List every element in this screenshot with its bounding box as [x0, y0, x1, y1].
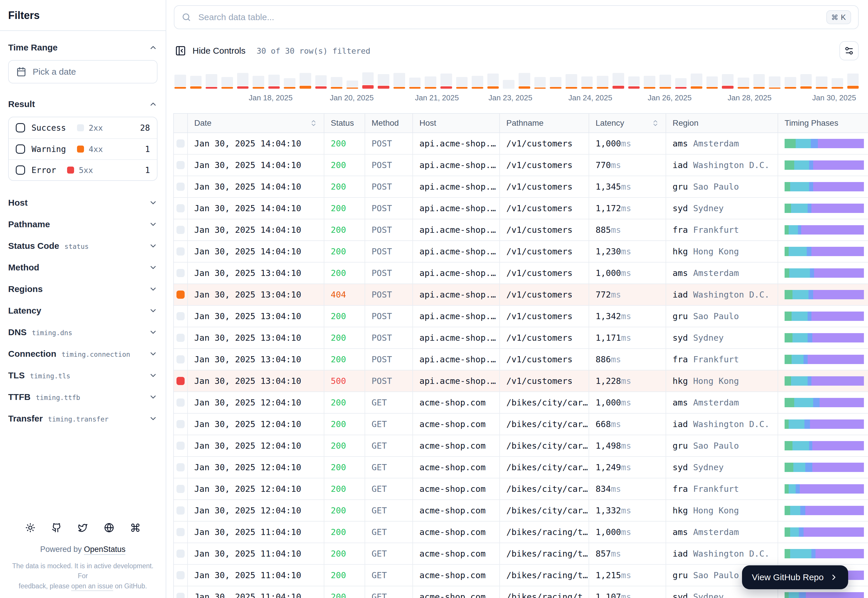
histogram-bar[interactable] [315, 75, 327, 89]
header-timing-phases[interactable]: Timing Phases [778, 114, 868, 132]
histogram-bar[interactable] [738, 78, 749, 89]
sidebar-filter-section-transfer[interactable]: Transfertiming.transfer [8, 408, 157, 429]
table-row[interactable]: Jan 30, 2025 14:04:10 200 POST api.acme-… [174, 219, 868, 241]
sort-latency-button[interactable] [651, 119, 659, 127]
section-result[interactable]: Result [8, 99, 157, 109]
header-region[interactable]: Region [666, 114, 778, 132]
header-host[interactable]: Host [413, 114, 500, 132]
histogram-bar[interactable] [597, 76, 608, 89]
command-icon[interactable] [130, 523, 140, 533]
sidebar-filter-section-latency[interactable]: Latency [8, 300, 157, 321]
histogram-bar[interactable] [441, 73, 452, 89]
table-row[interactable]: Jan 30, 2025 13:04:10 200 POST api.acme-… [174, 349, 868, 371]
table-row[interactable]: Jan 30, 2025 14:04:10 200 POST api.acme-… [174, 133, 868, 155]
histogram-bar[interactable] [252, 76, 264, 89]
histogram-bar[interactable] [331, 77, 342, 89]
histogram-bar[interactable] [769, 76, 780, 89]
table-row[interactable]: Jan 30, 2025 13:04:10 404 POST api.acme-… [174, 284, 868, 306]
histogram-bar[interactable] [707, 76, 718, 89]
histogram-bar[interactable] [190, 76, 202, 89]
histogram-bar[interactable] [284, 78, 296, 89]
checkbox[interactable] [16, 123, 25, 132]
table-row[interactable]: Jan 30, 2025 13:04:10 200 POST api.acme-… [174, 263, 868, 284]
histogram-bar[interactable] [409, 78, 421, 89]
header-status[interactable]: Status [324, 114, 365, 132]
histogram-bar[interactable] [800, 74, 812, 89]
histogram-bar[interactable] [487, 73, 499, 89]
table-row[interactable]: Jan 30, 2025 14:04:10 200 POST api.acme-… [174, 155, 868, 176]
histogram-bar[interactable] [221, 77, 233, 89]
histogram-bar[interactable] [816, 76, 828, 89]
sidebar-filter-section-regions[interactable]: Regions [8, 278, 157, 300]
histogram-bar[interactable] [518, 73, 530, 89]
histogram-bar[interactable] [237, 73, 249, 89]
histogram-bar[interactable] [362, 72, 374, 89]
hide-controls-button[interactable]: Hide Controls [175, 45, 246, 56]
openstatus-link[interactable]: OpenStatus [84, 545, 126, 555]
histogram-bar[interactable] [472, 76, 483, 89]
histogram-bar[interactable] [613, 73, 624, 89]
globe-icon[interactable] [104, 523, 114, 533]
theme-toggle-icon[interactable] [25, 523, 35, 533]
table-row[interactable]: Jan 30, 2025 12:04:10 200 GET acme-shop.… [174, 478, 868, 500]
table-row[interactable]: Jan 30, 2025 12:04:10 200 GET acme-shop.… [174, 435, 868, 457]
header-date[interactable]: Date [188, 114, 324, 132]
histogram-bar[interactable] [300, 73, 311, 89]
twitter-icon[interactable] [78, 523, 88, 533]
result-option[interactable]: Warning 4xx 1 [9, 138, 157, 159]
histogram-bar[interactable] [675, 78, 687, 89]
sidebar-filter-section-pathname[interactable]: Pathname [8, 214, 157, 235]
histogram-bar[interactable] [644, 76, 655, 89]
table-row[interactable]: Jan 30, 2025 11:04:10 200 GET acme-shop.… [174, 522, 868, 543]
histogram-bar[interactable] [378, 74, 389, 89]
histogram-bar[interactable] [456, 77, 468, 89]
table-row[interactable]: Jan 30, 2025 13:04:10 200 POST api.acme-… [174, 306, 868, 327]
sidebar-filter-section-dns[interactable]: DNStiming.dns [8, 321, 157, 343]
table-row[interactable]: Jan 30, 2025 12:04:10 200 GET acme-shop.… [174, 457, 868, 478]
histogram-bar[interactable] [691, 73, 702, 89]
date-picker-button[interactable]: Pick a date [8, 60, 157, 84]
histogram-bar[interactable] [550, 77, 562, 89]
table-row[interactable]: Jan 30, 2025 12:04:10 200 GET acme-shop.… [174, 414, 868, 435]
histogram-bar[interactable] [175, 75, 186, 89]
histogram-bar[interactable] [581, 76, 593, 89]
histogram-bar[interactable] [503, 80, 514, 89]
result-option[interactable]: Success 2xx 28 [9, 117, 157, 138]
histogram-bar[interactable] [722, 74, 734, 89]
histogram-bar[interactable] [784, 77, 796, 89]
sidebar-filter-section-status-code[interactable]: Status Codestatus [8, 235, 157, 257]
section-time-range[interactable]: Time Range [8, 43, 157, 52]
histogram-bar[interactable] [753, 74, 765, 89]
checkbox[interactable] [16, 144, 25, 154]
view-options-button[interactable] [840, 41, 859, 60]
table-row[interactable]: Jan 30, 2025 11:04:10 200 GET acme-shop.… [174, 543, 868, 565]
histogram-bar[interactable] [268, 75, 280, 89]
table-row[interactable]: Jan 30, 2025 12:04:10 200 GET acme-shop.… [174, 392, 868, 414]
histogram-bar[interactable] [393, 73, 405, 89]
histogram-bar[interactable] [847, 73, 859, 89]
checkbox[interactable] [16, 165, 25, 175]
histogram-bar[interactable] [566, 74, 577, 89]
sidebar-filter-section-ttfb[interactable]: TTFBtiming.ttfb [8, 386, 157, 408]
open-issue-link[interactable]: open an issue [71, 582, 113, 591]
table-row[interactable]: Jan 30, 2025 14:04:10 200 POST api.acme-… [174, 241, 868, 263]
table-row[interactable]: Jan 30, 2025 12:04:10 200 GET acme-shop.… [174, 500, 868, 522]
histogram-bar[interactable] [425, 76, 436, 89]
view-github-repo-button[interactable]: View GitHub Repo [742, 565, 848, 589]
header-pathname[interactable]: Pathname [500, 114, 589, 132]
search-box[interactable]: K [174, 5, 859, 29]
histogram-bar[interactable] [628, 76, 640, 89]
table-row[interactable]: Jan 30, 2025 14:04:10 200 POST api.acme-… [174, 198, 868, 219]
histogram-bar[interactable] [534, 77, 546, 89]
sidebar-filter-section-tls[interactable]: TLStiming.tls [8, 365, 157, 386]
table-row[interactable]: Jan 30, 2025 14:04:10 200 POST api.acme-… [174, 176, 868, 198]
sort-date-button[interactable] [310, 119, 317, 127]
table-row[interactable]: Jan 30, 2025 13:04:10 500 POST api.acme-… [174, 371, 868, 392]
sidebar-filter-section-method[interactable]: Method [8, 257, 157, 278]
histogram-bar[interactable] [659, 75, 671, 89]
header-latency[interactable]: Latency [589, 114, 666, 132]
sidebar-filter-section-connection[interactable]: Connectiontiming.connection [8, 343, 157, 365]
github-icon[interactable] [52, 523, 61, 533]
search-input[interactable] [197, 12, 820, 23]
sidebar-filter-section-host[interactable]: Host [8, 192, 157, 214]
